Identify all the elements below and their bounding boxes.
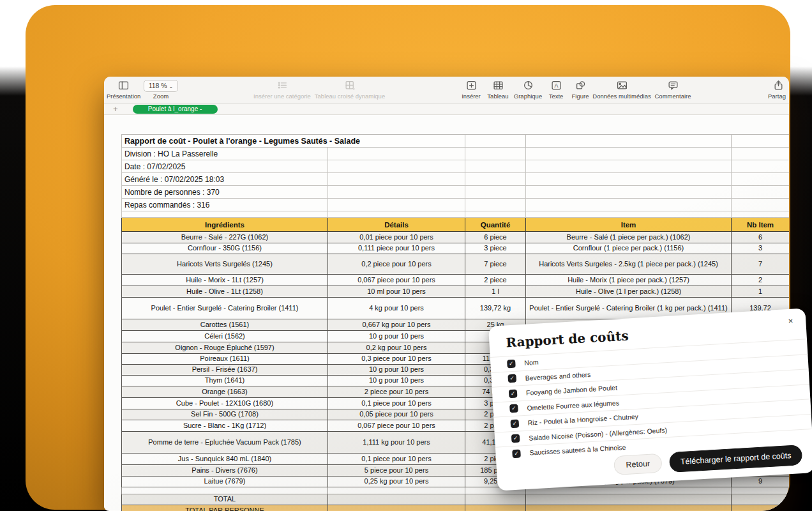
table-cell[interactable] — [526, 135, 732, 148]
report-meta-cell[interactable]: Généré le : 07/02/2025 18:03 — [122, 173, 328, 186]
table-cell[interactable]: 0,067 piece pour 10 pers — [328, 420, 465, 432]
table-cell[interactable] — [465, 160, 526, 173]
table-cell[interactable]: Poireaux (1611) — [122, 354, 328, 365]
table-cell[interactable]: 0,3 piece pour 10 pers — [328, 354, 465, 365]
report-meta-cell[interactable]: Date : 07/02/2025 — [122, 160, 328, 173]
table-cell[interactable]: 0,067 piece pour 10 pers — [328, 275, 465, 286]
table-cell[interactable] — [526, 186, 732, 199]
presentation-button[interactable]: Présentation — [107, 80, 140, 100]
table-cell[interactable]: Huile - Olive (1 l per pack.) (1258) — [526, 286, 732, 298]
table-cell[interactable] — [526, 487, 732, 494]
table-cell[interactable]: 0,25 kg pour 10 pers — [328, 477, 465, 487]
column-header-cell[interactable]: Quantité — [465, 218, 526, 232]
table-cell[interactable]: 0,667 kg pour 10 pers — [328, 319, 465, 331]
report-meta-cell[interactable]: Division : HO La Passerelle — [122, 148, 328, 160]
table-cell[interactable] — [732, 211, 789, 218]
table-cell[interactable]: Beurre - Salé (1 piece per pack.) (1062) — [526, 232, 732, 243]
table-cell[interactable] — [328, 494, 465, 505]
table-cell[interactable] — [328, 211, 465, 218]
table-cell[interactable] — [122, 211, 328, 218]
table-cell[interactable]: 0,1 piece pour 10 pers — [328, 398, 465, 409]
table-cell[interactable] — [732, 494, 789, 505]
table-button[interactable]: Tableau — [483, 80, 513, 100]
back-button[interactable]: Retour — [613, 454, 663, 475]
comment-button[interactable]: Commentaire — [650, 80, 695, 100]
table-cell[interactable]: 2 piece — [465, 275, 526, 286]
table-cell[interactable]: Persil - Frisée (1637) — [122, 365, 328, 376]
table-cell[interactable] — [526, 173, 732, 186]
report-meta-cell[interactable]: Nombre de personnes : 370 — [122, 186, 328, 199]
table-cell[interactable]: 7 piece — [465, 254, 526, 275]
table-cell[interactable] — [328, 199, 465, 211]
table-cell[interactable]: Haricots Verts Surgelés (1245) — [122, 254, 328, 275]
table-cell[interactable] — [328, 186, 465, 199]
table-cell[interactable]: Jus - Sunquick 840 mL (1840) — [122, 454, 328, 465]
table-cell[interactable]: Laitue (7679) — [122, 477, 328, 487]
close-icon[interactable]: × — [788, 316, 793, 326]
table-cell[interactable]: 7 — [732, 254, 789, 275]
table-cell[interactable]: 0,111 piece pour 10 pers — [328, 243, 465, 254]
table-cell[interactable] — [732, 505, 789, 511]
table-cell[interactable]: Thym (1641) — [122, 376, 328, 386]
column-header-cell[interactable]: Ingrédients — [122, 218, 328, 232]
table-cell[interactable]: Huile - Morix - 1Lt (1257) — [122, 275, 328, 286]
table-cell[interactable] — [328, 173, 465, 186]
table-cell[interactable]: 0,2 piece pour 10 pers — [328, 254, 465, 275]
table-cell[interactable]: Oignon - Rouge Épluché (1597) — [122, 342, 328, 354]
table-cell[interactable]: Cube - Poulet - 12X10G (1680) — [122, 398, 328, 409]
share-button[interactable]: Partag — [768, 80, 789, 100]
table-cell[interactable] — [465, 186, 526, 199]
table-cell[interactable] — [526, 160, 732, 173]
table-cell[interactable] — [732, 160, 789, 173]
table-cell[interactable]: 10 g pour 10 pers — [328, 331, 465, 342]
table-cell[interactable]: 4 kg pour 10 pers — [328, 298, 465, 319]
table-cell[interactable]: 1 l — [465, 286, 526, 298]
sheet-tab-active[interactable]: Poulet à l_orange - — [133, 105, 218, 114]
table-cell[interactable] — [526, 494, 732, 505]
media-button[interactable]: Données multimédias — [588, 80, 656, 100]
checkbox-checked-icon[interactable]: ✓ — [509, 404, 518, 413]
column-header-cell[interactable]: Détails — [328, 218, 465, 232]
table-cell[interactable]: 1,111 kg pour 10 pers — [328, 432, 465, 454]
table-cell[interactable] — [465, 211, 526, 218]
table-cell[interactable]: Cornflour - 350G (1156) — [122, 243, 328, 254]
table-cell[interactable]: Cornflour (1 piece per pack.) (1156) — [526, 243, 732, 254]
zoom-value[interactable]: 118 % ⌄ — [144, 80, 179, 92]
checkbox-checked-icon[interactable]: ✓ — [512, 449, 521, 458]
table-cell[interactable]: 5 piece pour 10 pers — [328, 465, 465, 477]
table-cell[interactable]: 6 — [732, 232, 789, 243]
table-cell[interactable]: Huile - Morix (1 piece per pack.) (1257) — [526, 275, 732, 286]
table-cell[interactable] — [526, 505, 732, 511]
table-cell[interactable]: 10 g pour 10 pers — [328, 365, 465, 376]
table-cell[interactable] — [328, 148, 465, 160]
table-cell[interactable]: Beurre - Salé - 227G (1062) — [122, 232, 328, 243]
table-cell[interactable]: Poulet - Entier Surgelé - Catering Broil… — [122, 298, 328, 319]
column-header-cell[interactable]: Nb Item — [732, 218, 789, 232]
checkbox-checked-icon[interactable]: ✓ — [511, 434, 520, 443]
table-cell[interactable]: 2 — [732, 275, 789, 286]
table-cell[interactable] — [732, 173, 789, 186]
insert-button[interactable]: Insérer — [456, 80, 486, 100]
table-cell[interactable]: Haricots Verts Surgeles - 2.5kg (1 piece… — [526, 254, 732, 275]
table-cell[interactable] — [732, 199, 789, 211]
table-cell[interactable]: Céleri (1562) — [122, 331, 328, 342]
table-cell[interactable]: Sel Fin - 500G (1708) — [122, 409, 328, 420]
table-cell[interactable]: 0,01 piece pour 10 pers — [328, 232, 465, 243]
text-button[interactable]: A Texte — [543, 80, 569, 100]
table-cell[interactable] — [732, 135, 789, 148]
checkbox-checked-icon[interactable]: ✓ — [510, 419, 519, 428]
table-cell[interactable]: 9 — [732, 477, 789, 487]
table-cell[interactable]: 1 — [732, 286, 789, 298]
table-cell[interactable]: 2 piece pour 10 pers — [328, 386, 465, 398]
chart-button[interactable]: Graphique — [510, 80, 546, 100]
checkbox-checked-icon[interactable]: ✓ — [507, 359, 516, 368]
table-cell[interactable]: Orange (1663) — [122, 386, 328, 398]
table-cell[interactable]: 3 piece — [465, 243, 526, 254]
report-title-cell[interactable]: Rapport de coût - Poulet à l'orange - Le… — [122, 135, 465, 148]
checkbox-checked-icon[interactable]: ✓ — [508, 374, 516, 383]
table-cell[interactable] — [328, 505, 465, 511]
table-cell[interactable] — [526, 211, 732, 218]
table-cell[interactable]: Pomme de terre - Epluchée Vacuum Pack (1… — [122, 432, 328, 454]
zoom-control[interactable]: 118 % ⌄ Zoom — [142, 80, 179, 100]
table-cell[interactable]: Carottes (1561) — [122, 319, 328, 331]
